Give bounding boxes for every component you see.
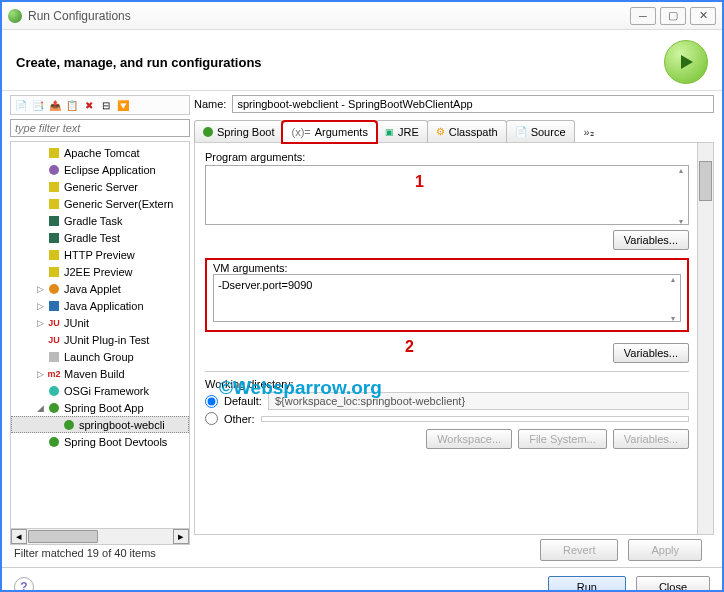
apply-button[interactable]: Apply bbox=[628, 539, 702, 561]
launch-group-icon bbox=[47, 350, 61, 364]
workdir-variables-button[interactable]: Variables... bbox=[613, 429, 689, 449]
close-window-button[interactable]: ✕ bbox=[690, 7, 716, 25]
tree-item-label: Spring Boot Devtools bbox=[64, 436, 167, 448]
window-title: Run Configurations bbox=[28, 9, 630, 23]
program-args-textarea[interactable] bbox=[205, 165, 689, 225]
tree-item-label: Java Applet bbox=[64, 283, 121, 295]
junit-icon: JU bbox=[47, 316, 61, 330]
gradle-icon bbox=[47, 214, 61, 228]
workspace-button[interactable]: Workspace... bbox=[426, 429, 512, 449]
program-args-label: Program arguments: bbox=[205, 151, 689, 163]
vm-args-label: VM arguments: bbox=[213, 262, 681, 274]
duplicate-icon[interactable]: 📋 bbox=[65, 98, 79, 112]
tree-item[interactable]: Spring Boot Devtools bbox=[11, 433, 189, 450]
gradle-icon bbox=[47, 231, 61, 245]
tree-item-label: Launch Group bbox=[64, 351, 134, 363]
tab-bar: Spring Boot(x)= Arguments▣ JRE⚙ Classpat… bbox=[194, 117, 714, 143]
svg-marker-0 bbox=[681, 55, 693, 69]
filesystem-button[interactable]: File System... bbox=[518, 429, 607, 449]
name-label: Name: bbox=[194, 98, 226, 110]
delete-icon[interactable]: ✖ bbox=[82, 98, 96, 112]
spring-icon bbox=[47, 435, 61, 449]
tree-item-label: Java Application bbox=[64, 300, 144, 312]
maximize-button[interactable]: ▢ bbox=[660, 7, 686, 25]
tree-item[interactable]: ▷Java Application bbox=[11, 297, 189, 314]
tree-item-label: springboot-webcli bbox=[79, 419, 165, 431]
annotation-2: 2 bbox=[405, 338, 414, 356]
export-icon[interactable]: 📤 bbox=[48, 98, 62, 112]
tree-item[interactable]: OSGi Framework bbox=[11, 382, 189, 399]
config-tree[interactable]: Apache TomcatEclipse ApplicationGeneric … bbox=[10, 141, 190, 545]
server-icon bbox=[47, 146, 61, 160]
tree-item[interactable]: Gradle Task bbox=[11, 212, 189, 229]
vm-args-textarea[interactable] bbox=[213, 274, 681, 322]
run-button[interactable]: Run bbox=[548, 576, 626, 592]
revert-button[interactable]: Revert bbox=[540, 539, 618, 561]
new-proto-icon[interactable]: 📑 bbox=[31, 98, 45, 112]
tab-arguments[interactable]: (x)= Arguments bbox=[282, 121, 376, 143]
default-radio[interactable] bbox=[205, 395, 218, 408]
annotation-1: 1 bbox=[415, 173, 424, 191]
tree-item[interactable]: ◢Spring Boot App bbox=[11, 399, 189, 416]
tree-item[interactable]: Eclipse Application bbox=[11, 161, 189, 178]
tree-item[interactable]: ▷m2Maven Build bbox=[11, 365, 189, 382]
close-button[interactable]: Close bbox=[636, 576, 710, 592]
other-radio[interactable] bbox=[205, 412, 218, 425]
tree-item[interactable]: Launch Group bbox=[11, 348, 189, 365]
filter-input[interactable] bbox=[10, 119, 190, 137]
server-icon bbox=[47, 197, 61, 211]
tab-jre[interactable]: ▣ JRE bbox=[376, 120, 428, 142]
vertical-scrollbar[interactable] bbox=[697, 143, 713, 534]
tree-item[interactable]: HTTP Preview bbox=[11, 246, 189, 263]
vm-args-highlight-box: VM arguments: ▴▾ bbox=[205, 258, 689, 332]
tree-item-label: Maven Build bbox=[64, 368, 125, 380]
watermark-text: ©Websparrow.org bbox=[219, 377, 382, 399]
minimize-button[interactable]: ─ bbox=[630, 7, 656, 25]
tree-item-label: JUnit bbox=[64, 317, 89, 329]
tree-item-label: Eclipse Application bbox=[64, 164, 156, 176]
tree-item[interactable]: Generic Server(Extern bbox=[11, 195, 189, 212]
tree-item[interactable]: Apache Tomcat bbox=[11, 144, 189, 161]
server-icon bbox=[47, 180, 61, 194]
tab-classpath[interactable]: ⚙ Classpath bbox=[427, 120, 507, 142]
tree-item-label: Generic Server(Extern bbox=[64, 198, 173, 210]
tree-item-label: OSGi Framework bbox=[64, 385, 149, 397]
tree-item-label: Apache Tomcat bbox=[64, 147, 140, 159]
tree-item[interactable]: JUJUnit Plug-in Test bbox=[11, 331, 189, 348]
spring-icon bbox=[62, 418, 76, 432]
help-icon[interactable]: ? bbox=[14, 577, 34, 592]
junit-plugin-icon: JU bbox=[47, 333, 61, 347]
tree-item[interactable]: ▷JUJUnit bbox=[11, 314, 189, 331]
tabs-overflow[interactable]: »₂ bbox=[578, 123, 600, 142]
vm-args-variables-button[interactable]: Variables... bbox=[613, 343, 689, 363]
horizontal-scrollbar[interactable]: ◂▸ bbox=[11, 528, 189, 544]
tree-item-label: Gradle Task bbox=[64, 215, 123, 227]
tree-item[interactable]: J2EE Preview bbox=[11, 263, 189, 280]
app-icon bbox=[8, 9, 22, 23]
titlebar: Run Configurations ─ ▢ ✕ bbox=[2, 2, 722, 30]
tree-item-label: Generic Server bbox=[64, 181, 138, 193]
tree-item[interactable]: springboot-webcli bbox=[11, 416, 189, 433]
config-name-input[interactable] bbox=[232, 95, 714, 113]
new-config-icon[interactable]: 📄 bbox=[14, 98, 28, 112]
tree-item-label: HTTP Preview bbox=[64, 249, 135, 261]
tree-item[interactable]: ▷Java Applet bbox=[11, 280, 189, 297]
collapse-icon[interactable]: ⊟ bbox=[99, 98, 113, 112]
filter-icon[interactable]: 🔽 bbox=[116, 98, 130, 112]
filter-status: Filter matched 19 of 40 items bbox=[10, 545, 190, 561]
dialog-header: Create, manage, and run configurations bbox=[2, 30, 722, 91]
program-args-variables-button[interactable]: Variables... bbox=[613, 230, 689, 250]
tree-item-label: Spring Boot App bbox=[64, 402, 144, 414]
spring-icon bbox=[47, 401, 61, 415]
tree-item-label: Gradle Test bbox=[64, 232, 120, 244]
tree-item[interactable]: Generic Server bbox=[11, 178, 189, 195]
server-icon bbox=[47, 248, 61, 262]
java-icon bbox=[47, 299, 61, 313]
other-label: Other: bbox=[224, 413, 255, 425]
config-toolbar: 📄 📑 📤 📋 ✖ ⊟ 🔽 bbox=[10, 95, 190, 115]
tab-source[interactable]: 📄 Source bbox=[506, 120, 575, 142]
eclipse-icon bbox=[47, 163, 61, 177]
tab-spring-boot[interactable]: Spring Boot bbox=[194, 120, 283, 142]
tree-item[interactable]: Gradle Test bbox=[11, 229, 189, 246]
maven-icon: m2 bbox=[47, 367, 61, 381]
